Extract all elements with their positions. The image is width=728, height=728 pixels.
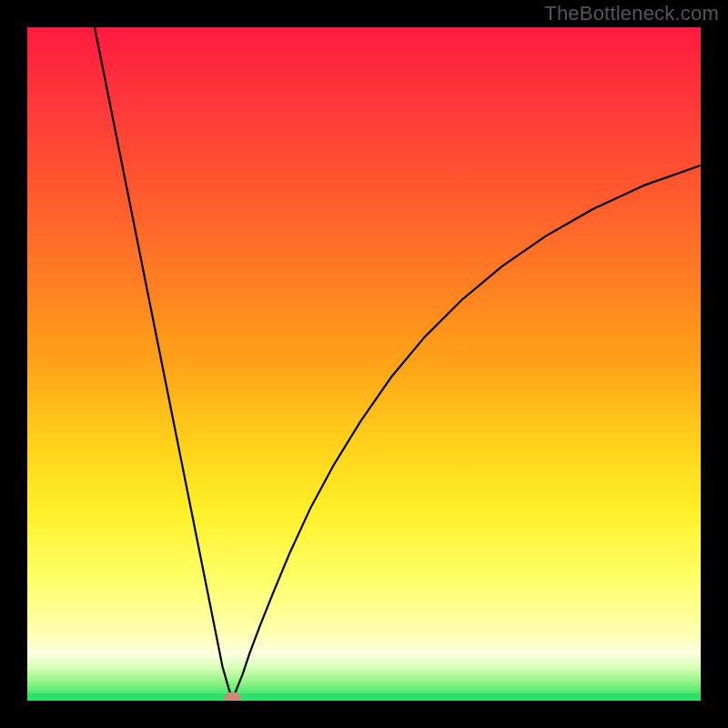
chart-frame: { "attribution": "TheBottleneck.com", "c… xyxy=(0,0,728,728)
bottleneck-chart xyxy=(27,27,701,701)
gradient-background xyxy=(27,27,701,701)
attribution-text: TheBottleneck.com xyxy=(544,2,719,25)
green-baseline-band xyxy=(27,693,701,701)
